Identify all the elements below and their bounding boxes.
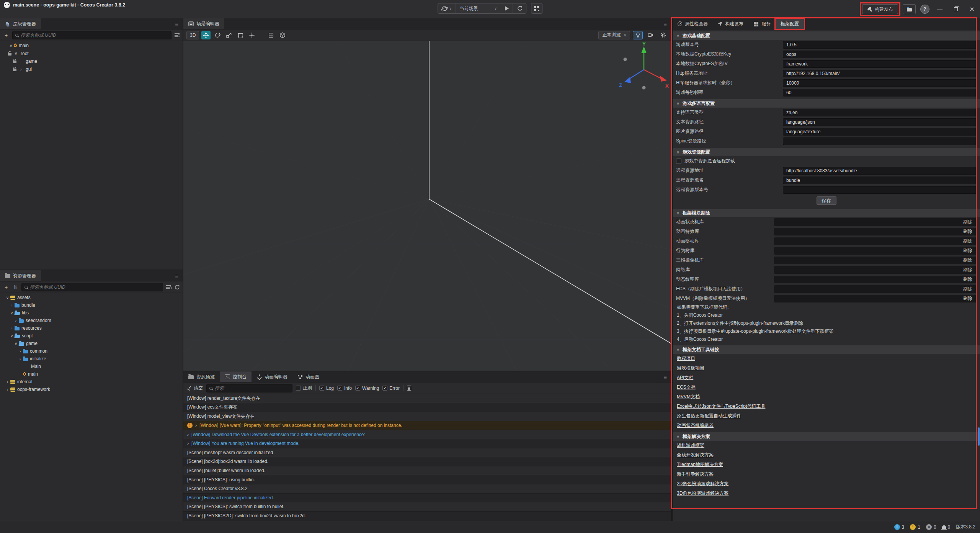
remove-module-button[interactable]: 剔除 (959, 266, 977, 273)
panel-menu-icon[interactable]: ≡ (659, 371, 671, 382)
scale-tool-button[interactable] (224, 31, 234, 39)
scene-settings-button[interactable] (658, 31, 668, 39)
field-input[interactable] (783, 186, 977, 194)
log-entry[interactable]: [Window] model_view文件夹存在 (183, 412, 671, 421)
3d-toggle-button[interactable]: 3D (186, 31, 199, 39)
asset-node[interactable]: ∨ script (0, 332, 183, 340)
gizmo-settings-button[interactable] (278, 31, 287, 39)
expand-arrow-icon[interactable]: › (17, 356, 23, 361)
log-entry[interactable]: [Window] render_texture文件夹存在 (183, 394, 671, 403)
menu-item[interactable] (44, 10, 52, 12)
sort-icon[interactable]: ⇅ (12, 285, 18, 289)
log-entry[interactable]: [Scene] Forward render pipeline initiali… (183, 494, 671, 503)
doc-link[interactable]: 原生包热更新配置自动生成插件 (677, 413, 741, 419)
field-input[interactable] (783, 70, 977, 77)
log-entry[interactable]: [Scene] [PHYSICS2D]: switch from box2d-w… (183, 512, 671, 521)
remove-module-button[interactable]: 剔除 (959, 219, 977, 225)
filter-icon[interactable] (166, 285, 171, 289)
field-input[interactable] (783, 177, 977, 184)
minimize-button[interactable]: — (934, 3, 946, 15)
rotate-tool-button[interactable] (213, 31, 222, 39)
doc-link[interactable]: MVVM文档 (677, 394, 700, 400)
section-resource-config[interactable]: 游戏资源配置 (673, 148, 980, 156)
field-input[interactable] (783, 60, 977, 68)
tab-scene-editor[interactable]: 场景编辑器 (183, 18, 224, 29)
expand-arrow-icon[interactable]: › (195, 423, 197, 428)
log-filter-checkbox[interactable]: Log (319, 386, 334, 391)
section-solutions[interactable]: 框架解决方案 (673, 432, 980, 441)
add-node-button[interactable]: + (3, 33, 9, 38)
info-count-badge[interactable]: i 3 (894, 524, 905, 530)
log-entry[interactable]: › [Window] You are running Vue in develo… (183, 439, 671, 448)
solution-link[interactable]: 2D角色扮演游戏解决方案 (677, 481, 728, 487)
doc-link[interactable]: 教程项目 (677, 355, 695, 362)
log-entry[interactable]: [Scene] Cocos Creator v3.8.2 (183, 484, 671, 494)
asset-node[interactable]: ∨ game (0, 340, 183, 347)
solution-link[interactable]: 3D角色扮演游戏解决方案 (677, 490, 728, 497)
menu-item[interactable] (10, 10, 18, 12)
regex-checkbox[interactable]: 正则 (296, 385, 312, 391)
asset-node[interactable]: › bundle (0, 301, 183, 309)
field-input[interactable] (783, 41, 977, 49)
snap-tool-button[interactable] (266, 31, 276, 39)
help-button[interactable]: ? (920, 5, 929, 14)
checkbox-icon[interactable] (676, 159, 681, 164)
panel-menu-icon[interactable]: ≡ (659, 18, 671, 29)
field-input[interactable] (783, 109, 977, 116)
doc-link[interactable]: ECS文档 (677, 384, 696, 391)
add-asset-button[interactable]: + (3, 284, 9, 290)
expand-arrow-icon[interactable]: ∨ (5, 295, 10, 300)
solution-link[interactable]: Tiledmap地图解决方案 (677, 461, 723, 468)
expand-arrow-icon[interactable]: ∨ (13, 341, 19, 346)
section-basic-config[interactable]: 游戏基础配置 (673, 31, 980, 40)
open-project-folder-button[interactable] (903, 4, 916, 14)
tab-build-publish[interactable]: 构建发布 (713, 18, 748, 29)
asset-node[interactable]: › resources (0, 324, 183, 332)
expand-arrow-icon[interactable]: › (9, 303, 15, 307)
expand-arrow-icon[interactable]: ∨ (9, 334, 15, 338)
hierarchy-search-input[interactable] (21, 33, 168, 38)
asset-node[interactable]: Main (0, 363, 183, 370)
field-input[interactable] (783, 79, 977, 87)
asset-node[interactable]: › common (0, 347, 183, 355)
lighting-toggle-button[interactable] (633, 31, 643, 39)
asset-node[interactable]: › oops-framework (0, 386, 183, 393)
expand-arrow-icon[interactable]: › (17, 349, 23, 353)
asset-node[interactable]: main (0, 370, 183, 378)
open-log-file-icon[interactable] (407, 386, 411, 391)
expand-arrow-icon[interactable]: ∨ (9, 311, 15, 316)
field-input[interactable] (783, 51, 977, 58)
log-filter-checkbox[interactable]: Warning (355, 386, 379, 391)
expand-arrow-icon[interactable]: ∨ (8, 43, 14, 48)
expand-arrow-icon[interactable]: › (187, 441, 189, 446)
scene-select[interactable]: 当前场景 ∨ (456, 3, 501, 13)
expand-arrow-icon[interactable]: › (18, 67, 24, 72)
expand-arrow-icon[interactable]: › (5, 379, 10, 384)
menu-item[interactable] (18, 10, 27, 12)
remove-module-button[interactable]: 剔除 (959, 276, 977, 283)
field-input[interactable] (783, 137, 977, 145)
assets-search-input[interactable] (30, 284, 160, 290)
doc-link[interactable]: 动画状态机编辑器 (677, 422, 714, 429)
log-entry[interactable]: [Window] ecs文件夹存在 (183, 403, 671, 412)
log-entry[interactable]: [Scene] [PHYSICS]: switch from builtin t… (183, 502, 671, 512)
log-entry[interactable]: [Scene] [PHYSICS]: using builtin. (183, 475, 671, 484)
tab-assets[interactable]: 资源管理器 (0, 270, 41, 281)
expand-arrow-icon[interactable]: ∨ (13, 51, 19, 56)
tab-property-inspector[interactable]: 属性检查器 (673, 18, 713, 29)
remove-module-button[interactable]: 剔除 (959, 257, 977, 263)
section-doc-links[interactable]: 框架文档工具链接 (673, 345, 980, 354)
expand-arrow-icon[interactable]: › (5, 387, 10, 392)
view-mode-select[interactable]: 正常浏览 ∨ (598, 31, 630, 39)
menu-item[interactable] (35, 10, 44, 12)
menu-item[interactable] (60, 10, 69, 12)
doc-link[interactable]: 游戏模板项目 (677, 365, 704, 371)
section-language-config[interactable]: 游戏多语言配置 (673, 99, 980, 108)
maximize-button[interactable] (950, 3, 962, 15)
console-search[interactable] (206, 384, 292, 392)
asset-node[interactable]: › initialize (0, 355, 183, 363)
notification-badge[interactable]: 0 (942, 525, 951, 530)
log-entry[interactable]: [Scene] [box2d]:box2d wasm lib loaded. (183, 457, 671, 466)
panel-menu-icon[interactable]: ≡ (171, 270, 183, 281)
menu-item[interactable] (27, 10, 35, 12)
